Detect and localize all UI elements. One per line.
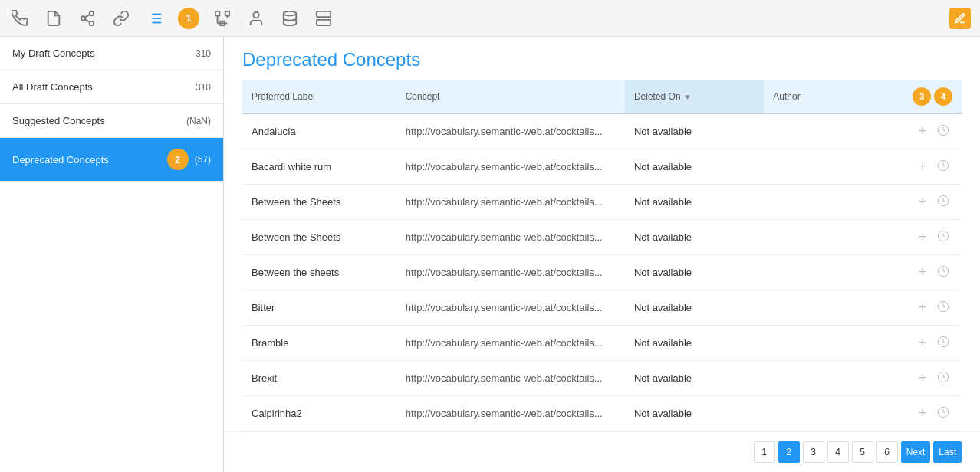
svg-rect-21 [317, 19, 331, 25]
cell-actions: + [901, 326, 962, 361]
add-concept-button[interactable]: + [915, 192, 929, 211]
add-concept-button[interactable]: + [915, 298, 929, 317]
add-concept-button[interactable]: + [915, 369, 929, 388]
history-button[interactable] [934, 193, 952, 211]
cell-deleted: Not available [625, 361, 764, 396]
toolbar-right-badge[interactable] [949, 8, 971, 29]
table-row: Between the sheets http://vocabulary.sem… [242, 255, 962, 290]
col-header-author: Author [764, 80, 900, 114]
history-button[interactable] [934, 369, 952, 388]
file-icon[interactable] [43, 8, 64, 29]
deprecated-badge: 2 [167, 149, 189, 170]
main-layout: My Draft Concepts 310 All Draft Concepts… [0, 37, 980, 472]
cell-label: Between the sheets [242, 255, 396, 290]
sidebar: My Draft Concepts 310 All Draft Concepts… [0, 37, 224, 472]
cell-concept: http://vocabulary.semantic-web.at/cockta… [396, 396, 625, 431]
table-row: Between the Sheets http://vocabulary.sem… [242, 185, 962, 220]
cell-author [764, 220, 900, 255]
cell-deleted: Not available [625, 149, 764, 185]
cell-label: Bitter [242, 290, 396, 326]
list-icon[interactable] [144, 8, 166, 29]
svg-point-18 [253, 11, 258, 17]
hierarchy-icon[interactable] [212, 8, 233, 29]
svg-point-2 [90, 21, 94, 25]
add-concept-button[interactable]: + [915, 404, 929, 423]
add-concept-button[interactable]: + [915, 228, 929, 247]
table-row: Between the Sheets http://vocabulary.sem… [242, 220, 962, 255]
page-1-button[interactable]: 1 [754, 441, 775, 463]
sidebar-item-my-draft[interactable]: My Draft Concepts 310 [0, 37, 223, 70]
cell-actions: + [901, 361, 962, 396]
cell-label: Brexit [242, 361, 396, 396]
cell-concept: http://vocabulary.semantic-web.at/cockta… [396, 326, 625, 361]
cell-deleted: Not available [625, 255, 764, 290]
badge-3: 3 [913, 87, 931, 106]
cell-concept: http://vocabulary.semantic-web.at/cockta… [396, 185, 625, 220]
person-icon[interactable] [245, 8, 267, 29]
cell-actions: + [901, 290, 962, 326]
svg-line-4 [85, 14, 90, 17]
page-4-button[interactable]: 4 [827, 441, 849, 463]
add-concept-button[interactable]: + [915, 122, 929, 141]
svg-rect-20 [317, 11, 331, 16]
cell-deleted: Not available [625, 114, 764, 149]
last-button[interactable]: Last [933, 441, 962, 463]
page-2-button[interactable]: 2 [778, 441, 800, 463]
cell-label: Bacardi white rum [242, 149, 396, 185]
history-button[interactable] [934, 299, 952, 317]
cell-concept: http://vocabulary.semantic-web.at/cockta… [396, 290, 625, 326]
cell-author [764, 149, 900, 185]
page-3-button[interactable]: 3 [803, 441, 824, 463]
cell-author [764, 185, 900, 220]
content-area: Deprecated Concepts Preferred Label Conc… [224, 37, 980, 472]
phone-icon[interactable] [9, 8, 31, 29]
link-icon[interactable] [110, 8, 132, 29]
table-container: Preferred Label Concept Deleted On ▼ [224, 80, 980, 431]
server-icon[interactable] [313, 8, 334, 29]
svg-rect-12 [225, 11, 230, 15]
col-header-concept: Concept [396, 80, 625, 114]
cell-deleted: Not available [625, 290, 764, 326]
svg-line-3 [85, 19, 90, 22]
sidebar-item-all-draft[interactable]: All Draft Concepts 310 [0, 70, 223, 104]
history-button[interactable] [934, 405, 952, 423]
cell-actions: + [901, 185, 962, 220]
cell-deleted: Not available [625, 185, 764, 220]
history-button[interactable] [934, 123, 952, 141]
cell-label: Caipirinha2 [242, 396, 396, 431]
cell-concept: http://vocabulary.semantic-web.at/cockta… [396, 149, 625, 185]
cell-label: Bramble [242, 326, 396, 361]
cell-actions: + [901, 114, 962, 149]
cell-actions: + [901, 149, 962, 185]
col-header-deleted[interactable]: Deleted On ▼ [625, 80, 764, 114]
toolbar: 1 [0, 0, 980, 37]
cell-label: Andalucía [242, 114, 396, 149]
share-icon[interactable] [77, 8, 98, 29]
cell-label: Between the Sheets [242, 220, 396, 255]
database-icon[interactable] [279, 8, 301, 29]
cell-author [764, 255, 900, 290]
pagination: 1 2 3 4 5 6 Next Last [224, 431, 980, 472]
add-concept-button[interactable]: + [915, 333, 929, 352]
cell-concept: http://vocabulary.semantic-web.at/cockta… [396, 220, 625, 255]
history-button[interactable] [934, 334, 952, 352]
page-6-button[interactable]: 6 [876, 441, 898, 463]
svg-rect-11 [215, 11, 220, 15]
cell-actions: + [901, 396, 962, 431]
page-5-button[interactable]: 5 [852, 441, 873, 463]
sidebar-item-deprecated[interactable]: Deprecated Concepts 2 (57) [0, 138, 223, 182]
add-concept-button[interactable]: + [915, 157, 929, 176]
next-button[interactable]: Next [901, 441, 931, 463]
svg-point-0 [90, 11, 94, 15]
concepts-table: Preferred Label Concept Deleted On ▼ [242, 80, 962, 431]
history-button[interactable] [934, 228, 952, 247]
svg-point-19 [284, 11, 297, 15]
badge-1[interactable]: 1 [178, 8, 199, 29]
history-button[interactable] [934, 264, 952, 282]
sidebar-item-suggested[interactable]: Suggested Concepts (NaN) [0, 104, 223, 138]
cell-author [764, 326, 900, 361]
history-button[interactable] [934, 158, 952, 176]
content-header: Deprecated Concepts [224, 37, 980, 80]
add-concept-button[interactable]: + [915, 263, 929, 282]
col-header-label: Preferred Label [242, 80, 396, 114]
